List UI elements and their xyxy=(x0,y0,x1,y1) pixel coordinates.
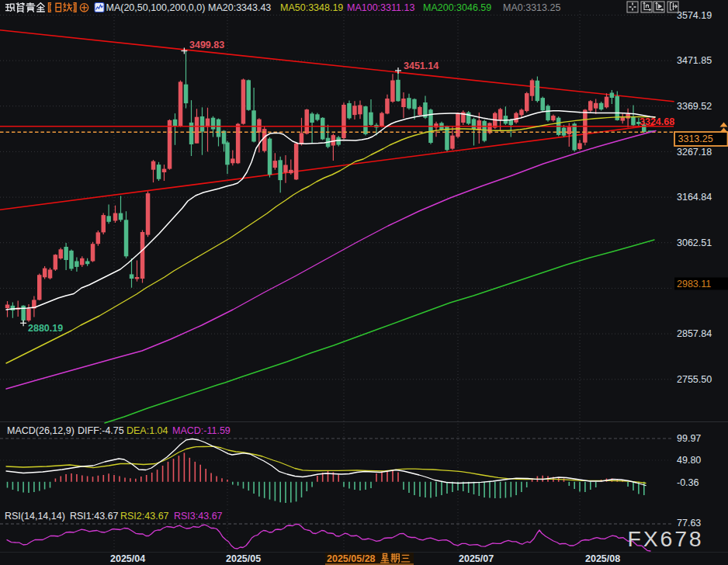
svg-text:2025/05: 2025/05 xyxy=(226,553,261,564)
svg-text:-0.36: -0.36 xyxy=(677,477,699,488)
svg-text:3324.68: 3324.68 xyxy=(640,116,674,127)
svg-text:3499.83: 3499.83 xyxy=(189,40,224,50)
svg-text:DIFF:-4.75: DIFF:-4.75 xyxy=(78,425,124,436)
svg-text:RSI(14,14,14): RSI(14,14,14) xyxy=(5,511,65,522)
svg-text:3062.51: 3062.51 xyxy=(677,237,712,248)
svg-text:FX678: FX678 xyxy=(628,526,704,551)
svg-text:MA200:3046.59: MA200:3046.59 xyxy=(423,2,491,13)
svg-text:MA100:3311.13: MA100:3311.13 xyxy=(347,2,414,13)
svg-text:99.97: 99.97 xyxy=(677,433,701,444)
svg-text:2880.19: 2880.19 xyxy=(28,323,63,334)
svg-text:RSI1:43.67: RSI1:43.67 xyxy=(70,511,119,522)
svg-text:MA20:3343.43: MA20:3343.43 xyxy=(208,2,271,13)
svg-text:2025/08: 2025/08 xyxy=(585,553,620,564)
svg-text:3471.85: 3471.85 xyxy=(677,55,712,66)
svg-text:3164.84: 3164.84 xyxy=(677,192,712,203)
svg-text:3267.18: 3267.18 xyxy=(677,147,712,158)
svg-text:2857.84: 2857.84 xyxy=(677,328,712,339)
svg-text:MA50:3348.19: MA50:3348.19 xyxy=(280,2,343,13)
svg-text:MACD:-11.59: MACD:-11.59 xyxy=(172,425,231,436)
svg-text:2983.11: 2983.11 xyxy=(677,279,711,289)
svg-text:3451.14: 3451.14 xyxy=(404,61,439,71)
svg-text:RSI2:43.67: RSI2:43.67 xyxy=(120,511,169,522)
svg-text:3574.19: 3574.19 xyxy=(677,10,712,21)
svg-text:MA(20,50,100,200,0,0): MA(20,50,100,200,0,0) xyxy=(106,2,206,13)
svg-text:3369.52: 3369.52 xyxy=(677,101,712,112)
svg-text:2025/04: 2025/04 xyxy=(110,553,145,564)
svg-text:2025/05/28: 2025/05/28 xyxy=(327,553,376,564)
svg-text:MACD(26,12,9): MACD(26,12,9) xyxy=(7,425,75,436)
svg-text:2755.50: 2755.50 xyxy=(677,374,712,385)
svg-text:2025/07: 2025/07 xyxy=(459,553,494,564)
svg-text:MA0:3313.25: MA0:3313.25 xyxy=(503,2,560,13)
svg-text:49.80: 49.80 xyxy=(677,455,701,466)
svg-text:3313.25: 3313.25 xyxy=(678,133,713,144)
svg-text:RSI3:43.67: RSI3:43.67 xyxy=(174,511,223,522)
svg-text:DEA:1.04: DEA:1.04 xyxy=(127,425,168,436)
